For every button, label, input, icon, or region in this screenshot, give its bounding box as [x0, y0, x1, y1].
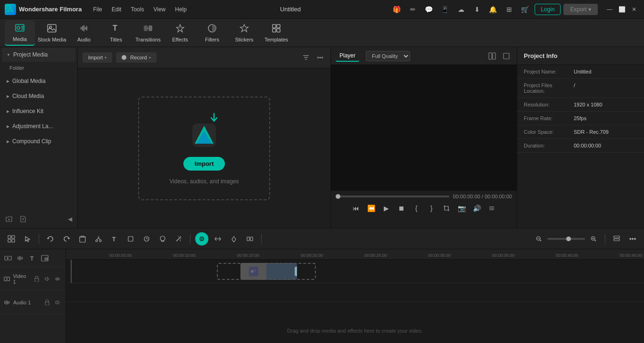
- toolbar-stock-media[interactable]: Stock Media: [37, 20, 67, 46]
- maximize-button[interactable]: ⬜: [617, 4, 627, 15]
- out-point-button[interactable]: }: [425, 202, 438, 214]
- info-value-name: Untitled: [574, 69, 637, 74]
- login-button[interactable]: Login: [535, 4, 561, 15]
- audio-stretch-button[interactable]: [211, 232, 224, 245]
- export-button[interactable]: Export ▾: [563, 4, 598, 15]
- add-audio-track-icon[interactable]: [16, 254, 25, 262]
- speech-icon[interactable]: 💬: [422, 3, 436, 16]
- svg-rect-43: [614, 236, 619, 238]
- sidebar-item-global-media[interactable]: ▶ Global Media: [2, 74, 75, 88]
- pen-icon[interactable]: ✏: [406, 3, 420, 16]
- cart-icon[interactable]: 🛒: [519, 3, 532, 16]
- fullscreen-icon[interactable]: [501, 50, 512, 62]
- gift-icon[interactable]: 🎁: [390, 3, 404, 16]
- svg-rect-27: [8, 239, 11, 242]
- minimize-button[interactable]: —: [604, 4, 615, 15]
- svg-point-3: [17, 26, 20, 29]
- timeline-mode-button[interactable]: [5, 232, 18, 245]
- player-tab[interactable]: Player: [336, 50, 359, 62]
- marker-button[interactable]: [227, 232, 240, 245]
- add-video-track-icon[interactable]: [4, 254, 12, 262]
- play-button[interactable]: ▶: [380, 202, 392, 214]
- toolbar-media[interactable]: Media: [5, 20, 35, 46]
- sidebar-item-compound-clip[interactable]: ▶ Compound Clip: [2, 134, 75, 148]
- crop-tool-button[interactable]: [124, 232, 137, 245]
- audio-icon: [79, 23, 89, 36]
- in-point-button[interactable]: {: [410, 202, 422, 214]
- toolbar-audio[interactable]: Audio: [69, 20, 99, 46]
- sidebar-item-folder[interactable]: Folder: [0, 62, 77, 74]
- settings-button[interactable]: [486, 202, 498, 214]
- toolbar-titles[interactable]: T Titles: [101, 20, 131, 46]
- record-button[interactable]: Record ▾: [116, 52, 156, 63]
- layout-options-button[interactable]: [610, 232, 623, 245]
- zoom-in-button[interactable]: [587, 232, 600, 245]
- mute-track-icon[interactable]: [43, 275, 51, 283]
- grid-icon[interactable]: ⊞: [503, 3, 516, 16]
- zoom-knob[interactable]: [566, 237, 571, 241]
- undo-button[interactable]: [44, 232, 57, 245]
- import-button[interactable]: Import ▾: [83, 52, 112, 63]
- save-cloud-icon[interactable]: ☁: [454, 3, 468, 16]
- crop-button[interactable]: [440, 202, 453, 214]
- drop-target-zone[interactable]: [217, 263, 316, 280]
- add-title-track-icon[interactable]: T: [28, 254, 37, 262]
- split-audio-button[interactable]: [243, 232, 256, 245]
- frame-back-button[interactable]: ⏪: [365, 202, 377, 214]
- toggle-magnetic-button[interactable]: [195, 232, 208, 245]
- menu-help[interactable]: Help: [171, 4, 190, 15]
- delete-button[interactable]: [76, 232, 89, 245]
- skip-back-button[interactable]: ⏮: [350, 202, 362, 214]
- sidebar-item-adjustment-layer[interactable]: ▶ Adjustment La...: [2, 119, 75, 133]
- menu-edit[interactable]: Edit: [108, 4, 125, 15]
- lock-audio-track-icon[interactable]: [43, 298, 51, 307]
- lock-track-icon[interactable]: [33, 275, 41, 283]
- zoom-bar[interactable]: [547, 238, 585, 240]
- zoom-out-button[interactable]: [532, 232, 545, 245]
- import-green-button[interactable]: Import: [183, 157, 225, 171]
- more-timeline-options[interactable]: •••: [626, 232, 639, 245]
- menu-tools[interactable]: Tools: [127, 4, 148, 15]
- volume-button[interactable]: 🔊: [471, 202, 483, 214]
- transitions-icon: [143, 23, 153, 36]
- add-folder-button[interactable]: [3, 213, 15, 225]
- toolbar-transitions[interactable]: Transitions: [133, 20, 163, 46]
- filters-icon: [207, 23, 217, 36]
- toolbar-stickers[interactable]: Stickers: [229, 20, 259, 46]
- drop-zone[interactable]: Import Videos, audios, and images: [138, 97, 270, 200]
- titles-icon: T: [111, 23, 121, 36]
- redo-button[interactable]: [60, 232, 73, 245]
- text-tool-button[interactable]: T: [108, 232, 121, 245]
- quality-select[interactable]: Full Quality: [366, 51, 410, 61]
- color-button[interactable]: [156, 232, 169, 245]
- sidebar-item-project-media[interactable]: ▼ Project Media: [2, 48, 75, 62]
- download-icon[interactable]: ⬇: [471, 3, 484, 16]
- progress-knob[interactable]: [336, 194, 340, 199]
- phone-icon[interactable]: 📱: [438, 3, 452, 16]
- cut-button[interactable]: [92, 232, 105, 245]
- sidebar-item-influence-kit[interactable]: ▶ Influence Kit: [2, 104, 75, 118]
- split-view-icon[interactable]: [487, 50, 498, 62]
- collapse-sidebar-button[interactable]: ◀: [65, 214, 74, 224]
- hide-track-icon[interactable]: [53, 275, 62, 283]
- toolbar-filters[interactable]: Filters: [197, 20, 227, 46]
- mute-audio-track-icon[interactable]: [53, 298, 62, 307]
- menu-view[interactable]: View: [149, 4, 169, 15]
- menu-file[interactable]: File: [89, 4, 106, 15]
- bell-icon[interactable]: 🔔: [487, 3, 500, 16]
- snapshot-button[interactable]: 📷: [455, 202, 468, 214]
- stop-button[interactable]: ⏹: [395, 202, 407, 214]
- more-options-icon[interactable]: •••: [314, 52, 326, 63]
- toolbar-effects[interactable]: Effects: [165, 20, 195, 46]
- speed-button[interactable]: [140, 232, 153, 245]
- effects-icon: [175, 23, 185, 36]
- sidebar-item-cloud-media[interactable]: ▶ Cloud Media: [2, 89, 75, 103]
- select-tool-button[interactable]: [21, 232, 34, 245]
- close-button[interactable]: ✕: [629, 4, 639, 15]
- add-pip-icon[interactable]: [41, 254, 49, 262]
- add-file-button[interactable]: [17, 213, 29, 225]
- toolbar-templates[interactable]: Templates: [261, 20, 291, 46]
- magic-tool-button[interactable]: [172, 232, 185, 245]
- progress-bar[interactable]: [336, 196, 449, 197]
- filter-icon[interactable]: [300, 52, 312, 63]
